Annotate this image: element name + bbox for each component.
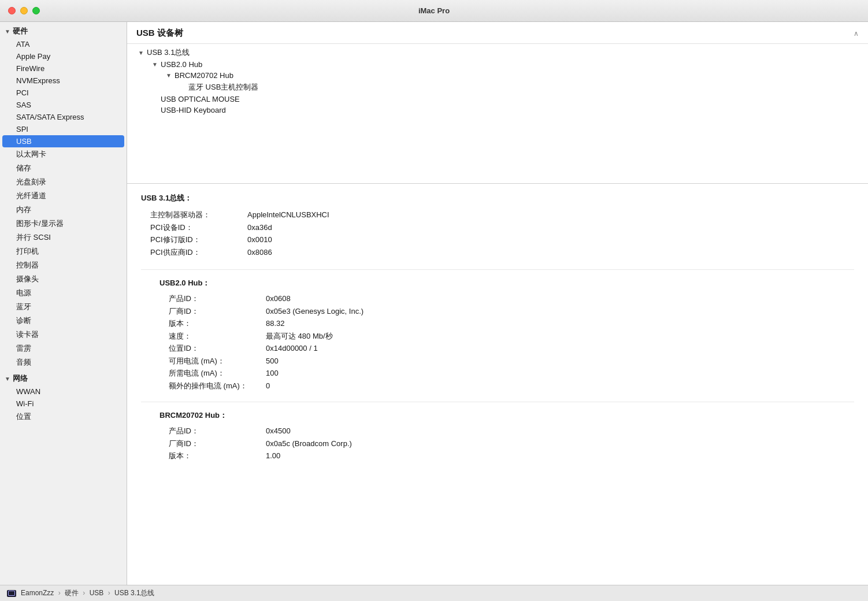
tree-node[interactable]: USB-HID Keyboard	[127, 105, 868, 116]
breadcrumb-separator: ›	[106, 589, 112, 597]
detail-label: 厂商ID：	[169, 306, 261, 317]
detail-value: 0x05e3 (Genesys Logic, Inc.)	[266, 306, 363, 317]
detail-value: 最高可达 480 Mb/秒	[266, 331, 333, 342]
sidebar-item-----[interactable]: 光盘刻录	[0, 175, 127, 189]
detail-value: 0x0a5c (Broadcom Corp.)	[266, 438, 352, 450]
tree-node[interactable]: ▼USB2.0 Hub	[127, 59, 868, 70]
sidebar-item---[interactable]: 音频	[0, 355, 127, 369]
monitor-icon	[7, 590, 16, 597]
detail-row: PCI设备ID：0xa36d	[150, 222, 854, 233]
detail-label: PCI供应商ID：	[150, 247, 243, 258]
sidebar-item-SATA-SATA-Express[interactable]: SATA/SATA Express	[0, 111, 127, 123]
close-button[interactable]	[8, 7, 16, 14]
sidebar-item----[interactable]: 摄像头	[0, 272, 127, 286]
sidebar-item---[interactable]: 雷雳	[0, 342, 127, 355]
sidebar-item-WWAN[interactable]: WWAN	[0, 385, 127, 398]
detail-value: 1.00	[266, 450, 280, 462]
sidebar-section-network[interactable]: ▼ 网络	[0, 372, 127, 385]
tree-node-label: BRCM20702 Hub	[173, 71, 233, 80]
sidebar-item----[interactable]: 读卡器	[0, 328, 127, 342]
hardware-section-label: 硬件	[13, 26, 28, 36]
detail-label: 位置ID：	[169, 343, 261, 354]
detail-row: 主控制器驱动器：AppleIntelCNLUSBXHCI	[150, 209, 854, 221]
usb31-table: 主控制器驱动器：AppleIntelCNLUSBXHCIPCI设备ID：0xa3…	[150, 209, 854, 258]
tree-node[interactable]: ▼USB 3.1总线	[127, 46, 868, 59]
breadcrumb-item: 硬件	[65, 589, 79, 597]
detail-row: 所需电流 (mA)：100	[169, 368, 854, 379]
detail-row: PCI修订版ID：0x0010	[150, 234, 854, 246]
detail-label: PCI修订版ID：	[150, 234, 243, 246]
tree-node-arrow: ▼	[164, 72, 173, 79]
sidebar-item--------[interactable]: 图形卡/显示器	[0, 217, 127, 231]
breadcrumb-item: EamonZzz	[21, 589, 54, 597]
detail-value: 88.32	[266, 318, 285, 329]
network-items-list: WWANWi-Fi位置	[0, 385, 127, 424]
detail-value: AppleIntelCNLUSBXHCI	[247, 209, 329, 221]
sidebar-item-Apple-Pay[interactable]: Apple Pay	[0, 50, 127, 62]
breadcrumb-separator: ›	[56, 589, 62, 597]
detail-value: 0x0608	[266, 293, 291, 305]
hardware-items-list: ATAApple PayFireWireNVMExpressPCISASSATA…	[0, 38, 127, 369]
sidebar-section-hardware[interactable]: ▼ 硬件	[0, 24, 127, 38]
minimize-button[interactable]	[20, 7, 28, 14]
usb31-section-title: USB 3.1总线：	[141, 193, 854, 203]
detail-row: 厂商ID：0x0a5c (Broadcom Corp.)	[169, 438, 854, 450]
sidebar-item---[interactable]: 诊断	[0, 314, 127, 328]
breadcrumb-item: USB	[90, 589, 104, 597]
detail-value: 0x8086	[247, 247, 272, 258]
sidebar-item-FireWire[interactable]: FireWire	[0, 62, 127, 75]
detail-label: 速度：	[169, 331, 261, 342]
detail-label: 主控制器驱动器：	[150, 209, 243, 221]
tree-node[interactable]: USB OPTICAL MOUSE	[127, 94, 868, 105]
maximize-button[interactable]	[32, 7, 40, 14]
tree-header: USB 设备树 ∧	[127, 22, 868, 44]
sidebar-item-NVMExpress[interactable]: NVMExpress	[0, 75, 127, 87]
window-controls	[8, 7, 40, 14]
breadcrumb-separator: ›	[81, 589, 87, 597]
tree-collapse-icon[interactable]: ∧	[854, 29, 859, 38]
tree-node-arrow: ▼	[150, 61, 159, 68]
statusbar: EamonZzz › 硬件 › USB › USB 3.1总线	[0, 585, 868, 601]
sidebar-item----SCSI[interactable]: 并行 SCSI	[0, 231, 127, 244]
detail-value: 0	[266, 380, 270, 392]
tree-node-label: USB-HID Keyboard	[159, 106, 226, 114]
sidebar-item---[interactable]: 储存	[0, 161, 127, 175]
tree-indent	[127, 49, 136, 57]
window-title: iMac Pro	[418, 6, 450, 15]
detail-label: 版本：	[169, 318, 261, 329]
tree-node-label: USB OPTICAL MOUSE	[159, 95, 240, 103]
tree-node-label: USB2.0 Hub	[159, 60, 202, 69]
sidebar-item---[interactable]: 内存	[0, 203, 127, 217]
sidebar-item-PCI[interactable]: PCI	[0, 87, 127, 99]
detail-label: 所需电流 (mA)：	[169, 368, 261, 379]
sidebar-item-SAS[interactable]: SAS	[0, 99, 127, 111]
sidebar-item----[interactable]: 控制器	[0, 258, 127, 272]
sidebar-item-SPI[interactable]: SPI	[0, 123, 127, 135]
tree-indent	[127, 95, 150, 103]
tree-node[interactable]: 蓝牙 USB主机控制器	[127, 81, 868, 94]
sidebar-item-----[interactable]: 光纤通道	[0, 189, 127, 203]
sidebar-item---[interactable]: 蓝牙	[0, 300, 127, 314]
sidebar-item-ATA[interactable]: ATA	[0, 38, 127, 50]
sidebar-item---[interactable]: 位置	[0, 410, 127, 424]
detail-row: PCI供应商ID：0x8086	[150, 247, 854, 258]
sidebar-item-----[interactable]: 以太网卡	[0, 147, 127, 161]
sidebar-item----[interactable]: 打印机	[0, 244, 127, 258]
main-layout: ▼ 硬件 ATAApple PayFireWireNVMExpressPCISA…	[0, 22, 868, 585]
tree-title: USB 设备树	[136, 28, 183, 39]
breadcrumb-item: USB 3.1总线	[114, 589, 154, 597]
detail-row: 产品ID：0x4500	[169, 425, 854, 437]
sidebar-item---[interactable]: 电源	[0, 286, 127, 300]
tree-node[interactable]: ▼BRCM20702 Hub	[127, 70, 868, 81]
tree-indent	[127, 106, 150, 114]
brcm-table: 产品ID：0x4500厂商ID：0x0a5c (Broadcom Corp.)版…	[169, 425, 854, 462]
detail-value: 0x0010	[247, 234, 272, 246]
hub20-table: 产品ID：0x0608厂商ID：0x05e3 (Genesys Logic, I…	[169, 293, 854, 391]
content-area: USB 设备树 ∧ ▼USB 3.1总线 ▼USB2.0 Hub ▼BRCM20…	[127, 22, 868, 585]
detail-value: 100	[266, 368, 279, 379]
network-section-label: 网络	[13, 373, 28, 384]
breadcrumb: EamonZzz › 硬件 › USB › USB 3.1总线	[21, 588, 154, 598]
sidebar-item-Wi-Fi[interactable]: Wi-Fi	[0, 398, 127, 410]
brcm-section-title: BRCM20702 Hub：	[159, 410, 854, 421]
sidebar-item-USB[interactable]: USB	[2, 135, 124, 147]
